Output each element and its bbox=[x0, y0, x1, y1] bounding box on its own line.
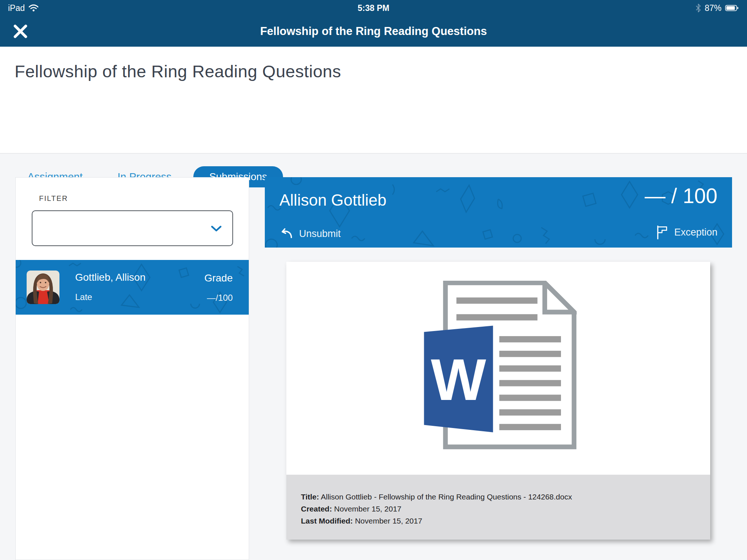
submission-document-preview[interactable]: W Title: Allison Gottlieb - Fellowship o… bbox=[286, 262, 710, 540]
submissions-side-panel: FILTER bbox=[15, 177, 249, 560]
submission-student-name: Allison Gottlieb bbox=[279, 191, 386, 209]
page-head: Fellowship of the Ring Reading Questions… bbox=[0, 47, 747, 153]
meta-modified-value: November 15, 2017 bbox=[355, 517, 422, 525]
unsubmit-button[interactable]: Unsubmit bbox=[279, 228, 341, 240]
meta-created-label: Created: bbox=[301, 505, 332, 513]
bluetooth-icon bbox=[696, 4, 701, 12]
meta-modified-line: Last Modified: November 15, 2017 bbox=[301, 515, 696, 527]
undo-icon bbox=[279, 228, 293, 240]
status-bar: iPad 5:38 PM 87% bbox=[0, 0, 747, 16]
nav-header: Fellowship of the Ring Reading Questions bbox=[0, 16, 747, 47]
meta-created-line: Created: November 15, 2017 bbox=[301, 503, 696, 515]
chevron-down-icon bbox=[211, 226, 221, 232]
close-icon bbox=[12, 23, 29, 40]
document-metadata: Title: Allison Gottlieb - Fellowship of … bbox=[286, 475, 710, 540]
battery-percent: 87% bbox=[705, 3, 721, 13]
grade-value: —/100 bbox=[207, 293, 233, 303]
word-document-icon: W bbox=[420, 281, 577, 453]
student-status-badge: Late bbox=[75, 292, 92, 302]
battery-icon bbox=[725, 5, 739, 11]
unsubmit-label: Unsubmit bbox=[299, 228, 341, 240]
avatar bbox=[27, 271, 59, 304]
flag-icon bbox=[656, 225, 668, 240]
submission-score: — / 100 bbox=[645, 184, 717, 208]
exception-label: Exception bbox=[674, 227, 717, 238]
nav-title: Fellowship of the Ring Reading Questions bbox=[0, 16, 747, 47]
word-icon-letter: W bbox=[431, 347, 486, 412]
filter-select[interactable] bbox=[32, 210, 233, 246]
submission-header: Allison Gottlieb — / 100 Unsubmit Except… bbox=[265, 177, 732, 248]
status-time: 5:38 PM bbox=[0, 3, 747, 13]
close-button[interactable] bbox=[11, 22, 30, 41]
student-name: Gottlieb, Allison bbox=[75, 272, 146, 283]
meta-modified-label: Last Modified: bbox=[301, 517, 353, 525]
meta-title-line: Title: Allison Gottlieb - Fellowship of … bbox=[301, 491, 696, 503]
exception-button[interactable]: Exception bbox=[656, 225, 717, 240]
meta-created-value: November 15, 2017 bbox=[334, 505, 401, 513]
page-title: Fellowship of the Ring Reading Questions bbox=[15, 61, 341, 81]
meta-title-label: Title: bbox=[301, 493, 319, 501]
filter-label: FILTER bbox=[39, 194, 68, 203]
meta-title-value: Allison Gottlieb - Fellowship of the Rin… bbox=[321, 493, 572, 501]
grade-label: Grade bbox=[204, 272, 233, 284]
student-list-item[interactable]: Gottlieb, Allison Late Grade —/100 bbox=[16, 260, 249, 315]
